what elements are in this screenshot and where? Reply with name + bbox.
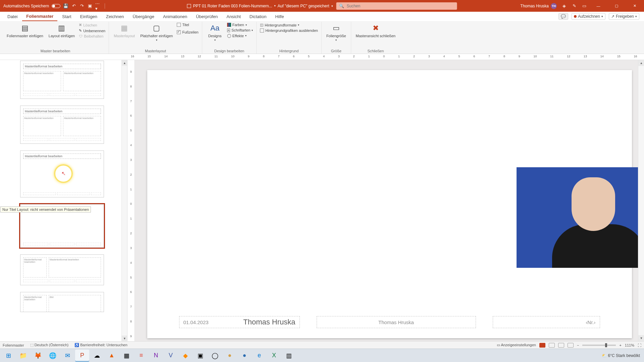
weather-widget[interactable]: ⛅ 6°C Stark bewölkt: [602, 353, 640, 358]
scroll-up-icon[interactable]: ▲: [638, 60, 644, 66]
slide-number-placeholder[interactable]: ‹Nr.›: [493, 316, 600, 328]
app-icon[interactable]: ▦: [119, 350, 133, 362]
app-icon[interactable]: ◆: [178, 350, 193, 362]
insert-layout-button[interactable]: ▥ Layout einfügen: [47, 22, 77, 39]
tab-datei[interactable]: Datei: [3, 12, 21, 21]
app-icon[interactable]: ●: [223, 350, 237, 362]
comments-button[interactable]: 💬: [558, 13, 568, 20]
app-icon[interactable]: ☁: [90, 350, 104, 362]
chrome-icon[interactable]: 🌐: [46, 350, 60, 362]
share-button[interactable]: ↗Freigeben▾: [609, 13, 639, 20]
lang-icon: ⬚: [30, 343, 35, 347]
zoom-out-button[interactable]: −: [577, 343, 579, 347]
delete-button[interactable]: ✖Löschen: [78, 22, 106, 27]
tab-zeichnen[interactable]: Zeichnen: [102, 12, 128, 21]
app-icon[interactable]: ▣: [193, 350, 207, 362]
visio-icon[interactable]: V: [164, 350, 178, 362]
coming-soon-icon[interactable]: ◈: [561, 3, 567, 9]
close-master-view-button[interactable]: ✖ Masteransicht schließen: [354, 22, 398, 39]
tab-ansicht[interactable]: Ansicht: [222, 12, 245, 21]
layout-thumbnail[interactable]: Mastertitelformat bearbeiten Mastertextf…: [20, 106, 104, 144]
document-title[interactable]: PPT 01 Roter Faden 003 Folien-Nummern...…: [187, 4, 333, 8]
normal-view-icon[interactable]: [539, 343, 545, 348]
scroll-up-icon[interactable]: ▲: [122, 60, 127, 66]
tab-hilfe[interactable]: Hilfe: [271, 12, 288, 21]
date-placeholder[interactable]: 01.04.2023 Thomas Hruska: [179, 316, 300, 328]
layout-thumbnail[interactable]: Mastertitelformat bearbeiten Mastertextf…: [20, 61, 104, 99]
tab-ueberpruefen[interactable]: Überprüfen: [192, 12, 222, 21]
thumbnail-scrollbar[interactable]: ▲ ▼: [121, 60, 127, 341]
horizontal-ruler[interactable]: 1615141312111098765432101234567891011121…: [0, 54, 644, 60]
sorter-view-icon[interactable]: [549, 343, 555, 348]
zoom-level[interactable]: 111%: [625, 343, 634, 347]
chevron-down-icon[interactable]: ▾: [331, 4, 333, 8]
fonts-button[interactable]: ASchriftarten▾: [226, 28, 254, 33]
save-icon[interactable]: 💾: [63, 3, 68, 9]
tab-animationen[interactable]: Animationen: [159, 12, 191, 21]
account-button[interactable]: Thomas Hruska TH: [520, 3, 557, 9]
display-settings-button[interactable]: ▭ Anzeigeeinstellungen: [497, 343, 536, 347]
bg-formats-button[interactable]: ◫Hintergrundformate▾: [259, 22, 319, 27]
masterlayout-button[interactable]: ▦ Masterlayout: [112, 22, 137, 39]
tab-dictation[interactable]: Dictation: [246, 12, 271, 21]
vlc-icon[interactable]: ▲: [105, 350, 119, 362]
title-checkbox[interactable]: Titel: [176, 22, 199, 27]
onenote-icon[interactable]: N: [149, 350, 163, 362]
obs-icon[interactable]: ◯: [208, 350, 222, 362]
slide-size-button[interactable]: ▭ Foliengröße▾: [324, 22, 348, 42]
tab-folienmaster[interactable]: Folienmaster: [22, 12, 57, 21]
scroll-down-icon[interactable]: ▼: [638, 335, 644, 341]
powerpoint-icon[interactable]: P: [75, 350, 89, 362]
app-icon[interactable]: ▥: [282, 350, 296, 362]
scroll-down-icon[interactable]: ▼: [122, 336, 127, 341]
designs-button[interactable]: Aa Designs▾: [205, 22, 225, 42]
tab-start[interactable]: Start: [58, 12, 75, 21]
rename-button[interactable]: ✎Umbenennen: [78, 28, 106, 33]
status-accessibility[interactable]: ♿ Barrierefreiheit: Untersuchen: [74, 343, 127, 347]
zoom-in-button[interactable]: +: [619, 343, 621, 347]
close-button[interactable]: ✕: [628, 0, 641, 12]
todoist-icon[interactable]: ≡: [134, 350, 148, 362]
search-box[interactable]: 🔍: [336, 2, 457, 10]
footers-checkbox[interactable]: Fußzeilen: [176, 30, 199, 35]
layout-thumbnail[interactable]: Mastertitelformat bearbeiten Bild: [20, 292, 104, 312]
outlook-icon[interactable]: ✉: [60, 350, 74, 362]
tab-uebergaenge[interactable]: Übergänge: [129, 12, 158, 21]
reading-view-icon[interactable]: [558, 343, 564, 348]
footer-placeholder[interactable]: Thomas Hruska: [317, 316, 476, 328]
quick-access-more-icon[interactable]: ⋯▾: [95, 3, 101, 9]
excel-icon[interactable]: X: [267, 350, 281, 362]
keep-button[interactable]: 🛡Beibehalten: [78, 34, 106, 39]
status-language[interactable]: ⬚ Deutsch (Österreich): [30, 343, 69, 347]
ink-icon[interactable]: ✎: [572, 3, 577, 9]
minimize-button[interactable]: —: [592, 0, 605, 12]
autosave-toggle[interactable]: [52, 4, 60, 8]
present-from-start-icon[interactable]: ▣: [87, 3, 93, 9]
insert-slide-master-button[interactable]: ▤ Folienmaster einfügen: [5, 22, 45, 39]
layout-thumbnail[interactable]: Mastertitelformat bearbeiten Mastertextf…: [20, 254, 104, 285]
slideshow-view-icon[interactable]: [568, 343, 574, 348]
edge-icon[interactable]: e: [252, 350, 266, 362]
vertical-ruler[interactable]: 9876543210123456789: [127, 60, 135, 341]
effects-button[interactable]: ◯Effekte▾: [226, 33, 254, 38]
undo-icon[interactable]: ↶: [71, 3, 76, 9]
file-explorer-icon[interactable]: 📁: [16, 350, 30, 362]
insert-placeholder-button[interactable]: ▢ Platzhalter einfügen▾: [138, 22, 175, 42]
ribbon-display-icon[interactable]: ▭: [582, 3, 587, 9]
search-input[interactable]: [347, 4, 454, 8]
layout-thumbnail-pane[interactable]: Mastertitelformat bearbeiten Mastertextf…: [0, 60, 127, 341]
zoom-slider[interactable]: [582, 345, 616, 346]
start-button[interactable]: ⊞: [1, 350, 15, 362]
firefox-icon[interactable]: 🦊: [31, 350, 45, 362]
maximize-button[interactable]: ▢: [610, 0, 623, 12]
colors-button[interactable]: Farben▾: [226, 22, 254, 27]
canvas-scrollbar[interactable]: ▲ ▼: [638, 60, 644, 341]
bg-hide-checkbox[interactable]: Hintergrundgrafiken ausblenden: [259, 28, 319, 33]
record-button[interactable]: Aufzeichnen▾: [572, 13, 605, 20]
app-icon[interactable]: ●: [237, 350, 252, 362]
layout-thumbnail[interactable]: Mastertitelformat bearbeiten ↖ Nur Titel…: [20, 150, 104, 197]
tab-einfuegen[interactable]: Einfügen: [76, 12, 101, 21]
status-mode[interactable]: Folienmaster: [3, 343, 24, 347]
fit-to-window-icon[interactable]: ⛶: [638, 343, 641, 347]
redo-icon[interactable]: ↷: [79, 3, 85, 9]
